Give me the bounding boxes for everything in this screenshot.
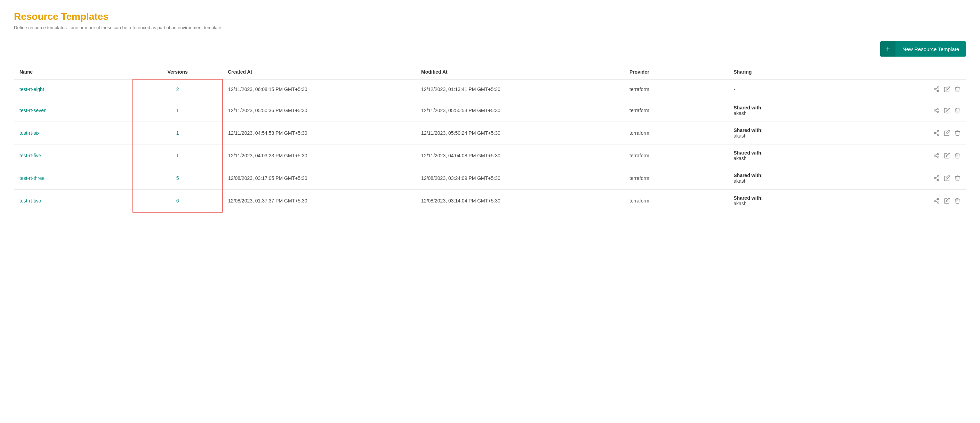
version-badge: 5: [173, 174, 183, 182]
sharing-label: Shared with:: [734, 127, 763, 133]
actions-cell: [877, 122, 966, 144]
share-button[interactable]: [934, 198, 940, 204]
resource-templates-table: Name Versions Created At Modified At Pro…: [14, 65, 966, 212]
svg-line-14: [935, 131, 937, 133]
svg-line-28: [935, 201, 937, 202]
sharing-value: akash: [734, 111, 747, 116]
edit-button[interactable]: [944, 152, 950, 159]
sharing-label: Shared with:: [734, 150, 763, 155]
delete-button[interactable]: [954, 130, 961, 136]
edit-button[interactable]: [944, 198, 950, 204]
share-icon: [934, 198, 940, 204]
share-button[interactable]: [934, 175, 940, 181]
svg-line-19: [935, 154, 937, 155]
share-icon: [934, 130, 940, 136]
delete-icon: [954, 152, 961, 159]
delete-button[interactable]: [954, 107, 961, 114]
modified-at-cell: 12/08/2023, 03:14:04 PM GMT+5:30: [415, 190, 624, 212]
version-badge: 1: [173, 151, 183, 160]
sharing-cell: Shared with:akash: [728, 144, 877, 167]
provider-cell: terraform: [624, 167, 728, 190]
created-at-cell: 12/08/2023, 03:17:05 PM GMT+5:30: [222, 167, 415, 190]
edit-button[interactable]: [944, 107, 950, 114]
provider-cell: terraform: [624, 122, 728, 144]
delete-icon: [954, 175, 961, 181]
edit-icon: [944, 107, 950, 114]
svg-line-13: [935, 133, 937, 135]
sharing-cell: Shared with:akash: [728, 167, 877, 190]
col-header-actions: [877, 65, 966, 79]
resource-template-name-link[interactable]: test-rt-two: [19, 198, 41, 203]
created-at-cell: 12/11/2023, 06:08:15 PM GMT+5:30: [222, 79, 415, 99]
sharing-label: Shared with:: [734, 105, 763, 111]
share-button[interactable]: [934, 86, 940, 92]
delete-icon: [954, 198, 961, 204]
delete-icon: [954, 86, 961, 92]
resource-template-name-link[interactable]: test-rt-seven: [19, 108, 46, 113]
col-header-versions: Versions: [133, 65, 222, 79]
header-row: Name Versions Created At Modified At Pro…: [14, 65, 966, 79]
delete-button[interactable]: [954, 152, 961, 159]
svg-line-9: [935, 109, 937, 110]
versions-cell: 2: [133, 79, 222, 99]
svg-line-24: [935, 177, 937, 178]
versions-cell: 1: [133, 99, 222, 122]
new-resource-template-button[interactable]: + New Resource Template: [880, 41, 966, 57]
share-button[interactable]: [934, 107, 940, 114]
resource-template-name-link[interactable]: test-rt-eight: [19, 87, 44, 92]
delete-button[interactable]: [954, 198, 961, 204]
share-icon: [934, 152, 940, 159]
version-badge: 2: [173, 85, 183, 93]
created-at-cell: 12/08/2023, 01:37:37 PM GMT+5:30: [222, 190, 415, 212]
col-header-provider: Provider: [624, 65, 728, 79]
provider-cell: terraform: [624, 144, 728, 167]
share-icon: [934, 175, 940, 181]
provider-cell: terraform: [624, 99, 728, 122]
page-title: Resource Templates: [14, 11, 966, 22]
created-at-cell: 12/11/2023, 04:54:53 PM GMT+5:30: [222, 122, 415, 144]
table-row: test-rt-six112/11/2023, 04:54:53 PM GMT+…: [14, 122, 966, 144]
versions-cell: 1: [133, 144, 222, 167]
share-button[interactable]: [934, 130, 940, 136]
resource-template-name-link[interactable]: test-rt-five: [19, 153, 41, 158]
version-badge: 1: [173, 129, 183, 137]
sharing-value: akash: [734, 133, 747, 139]
col-header-created: Created At: [222, 65, 415, 79]
edit-button[interactable]: [944, 175, 950, 181]
modified-at-cell: 12/11/2023, 05:50:24 PM GMT+5:30: [415, 122, 624, 144]
edit-icon: [944, 86, 950, 92]
svg-line-23: [935, 179, 937, 179]
actions-cell: [877, 99, 966, 122]
delete-button[interactable]: [954, 175, 961, 181]
sharing-cell: -: [728, 79, 877, 99]
versions-cell: 1: [133, 122, 222, 144]
sharing-value: akash: [734, 178, 747, 184]
svg-line-29: [935, 200, 937, 200]
sharing-cell: Shared with:akash: [728, 190, 877, 212]
sharing-label: Shared with:: [734, 195, 763, 201]
table-row: test-rt-three512/08/2023, 03:17:05 PM GM…: [14, 167, 966, 190]
share-button[interactable]: [934, 152, 940, 159]
share-icon: [934, 86, 940, 92]
created-at-cell: 12/11/2023, 04:03:23 PM GMT+5:30: [222, 144, 415, 167]
edit-icon: [944, 152, 950, 159]
sharing-label: Shared with:: [734, 173, 763, 178]
edit-button[interactable]: [944, 130, 950, 136]
modified-at-cell: 12/11/2023, 05:50:53 PM GMT+5:30: [415, 99, 624, 122]
delete-button[interactable]: [954, 86, 961, 92]
table-row: test-rt-seven112/11/2023, 05:50:36 PM GM…: [14, 99, 966, 122]
svg-line-4: [935, 88, 937, 89]
edit-button[interactable]: [944, 86, 950, 92]
version-badge: 1: [173, 106, 183, 115]
share-icon: [934, 107, 940, 114]
delete-icon: [954, 130, 961, 136]
col-header-sharing: Sharing: [728, 65, 877, 79]
table-body: test-rt-eight212/11/2023, 06:08:15 PM GM…: [14, 79, 966, 212]
resource-template-name-link[interactable]: test-rt-six: [19, 130, 40, 136]
svg-line-8: [935, 111, 937, 112]
table-header: Name Versions Created At Modified At Pro…: [14, 65, 966, 79]
versions-cell: 5: [133, 167, 222, 190]
table-row: test-rt-two612/08/2023, 01:37:37 PM GMT+…: [14, 190, 966, 212]
resource-template-name-link[interactable]: test-rt-three: [19, 175, 45, 181]
actions-cell: [877, 190, 966, 212]
